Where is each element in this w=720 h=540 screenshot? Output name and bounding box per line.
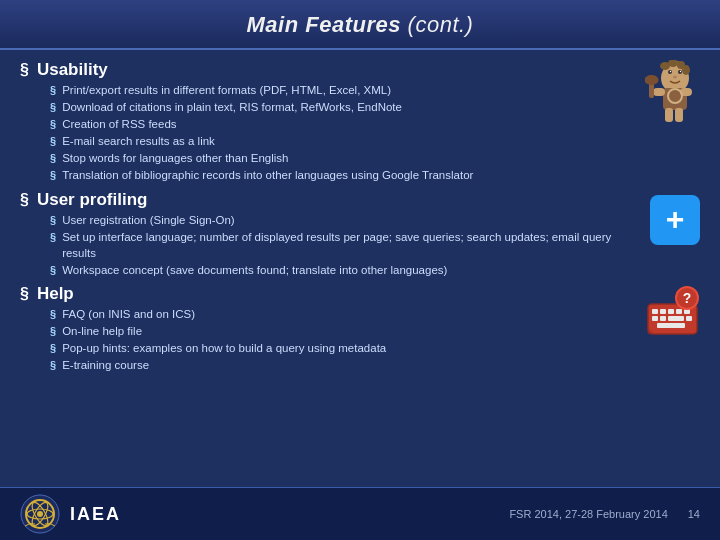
item-bullet: § bbox=[50, 214, 56, 226]
item-bullet: § bbox=[50, 264, 56, 276]
item-text: User registration (Single Sign-On) bbox=[62, 212, 235, 228]
svg-point-9 bbox=[680, 71, 681, 72]
item-bullet: § bbox=[50, 359, 56, 371]
item-text: FAQ (on INIS and on ICS) bbox=[62, 306, 195, 322]
plus-icon-image: + bbox=[650, 190, 700, 245]
usability-main: § Usability § Print/export results in di… bbox=[20, 60, 635, 184]
svg-point-40 bbox=[37, 511, 43, 517]
user-profiling-main: § User profiling § User registration (Si… bbox=[20, 190, 640, 278]
svg-text:?: ? bbox=[683, 290, 692, 306]
list-item: § Pop-up hints: examples on how to build… bbox=[50, 340, 635, 356]
usability-items: § Print/export results in different form… bbox=[20, 82, 635, 184]
item-text: Set up interface language; number of dis… bbox=[62, 229, 640, 261]
svg-rect-14 bbox=[665, 108, 673, 122]
footer-right: FSR 2014, 27-28 February 2014 14 bbox=[509, 508, 700, 520]
usability-title: Usability bbox=[37, 60, 108, 80]
item-text: Download of citations in plain text, RIS… bbox=[62, 99, 402, 115]
list-item: § FAQ (on INIS and on ICS) bbox=[50, 306, 635, 322]
svg-rect-22 bbox=[660, 309, 666, 314]
list-item: § User registration (Single Sign-On) bbox=[50, 212, 640, 228]
svg-rect-26 bbox=[652, 316, 658, 321]
item-bullet: § bbox=[50, 231, 56, 243]
footer: IAEA FSR 2014, 27-28 February 2014 14 bbox=[0, 487, 720, 540]
svg-point-10 bbox=[673, 76, 677, 79]
list-item: § Workspace concept (save documents foun… bbox=[50, 262, 640, 278]
list-item: § Set up interface language; number of d… bbox=[50, 229, 640, 261]
list-item: § E-mail search results as a link bbox=[50, 133, 635, 149]
item-bullet: § bbox=[50, 84, 56, 96]
title-bar: Main Features (cont.) bbox=[0, 0, 720, 50]
svg-rect-24 bbox=[676, 309, 682, 314]
slide: Main Features (cont.) § Usability § Prin… bbox=[0, 0, 720, 540]
item-bullet: § bbox=[50, 169, 56, 181]
svg-rect-12 bbox=[653, 88, 665, 96]
item-bullet: § bbox=[50, 101, 56, 113]
list-item: § On-line help file bbox=[50, 323, 635, 339]
item-text: Translation of bibliographic records int… bbox=[62, 167, 473, 183]
list-item: § Stop words for languages other than En… bbox=[50, 150, 635, 166]
item-bullet: § bbox=[50, 325, 56, 337]
item-text: Stop words for languages other than Engl… bbox=[62, 150, 288, 166]
item-bullet: § bbox=[50, 308, 56, 320]
list-item: § Translation of bibliographic records i… bbox=[50, 167, 635, 183]
item-text: E-training course bbox=[62, 357, 149, 373]
user-profiling-title: User profiling bbox=[37, 190, 148, 210]
user-profiling-items: § User registration (Single Sign-On) § S… bbox=[20, 212, 640, 278]
title-sub: (cont.) bbox=[408, 12, 474, 37]
slide-title: Main Features (cont.) bbox=[20, 12, 700, 38]
item-bullet: § bbox=[50, 135, 56, 147]
item-text: Workspace concept (save documents found;… bbox=[62, 262, 447, 278]
list-item: § E-training course bbox=[50, 357, 635, 373]
svg-point-7 bbox=[678, 70, 682, 74]
svg-rect-21 bbox=[652, 309, 658, 314]
item-text: Print/export results in different format… bbox=[62, 82, 391, 98]
item-text: Creation of RSS feeds bbox=[62, 116, 176, 132]
footer-page: 14 bbox=[688, 508, 700, 520]
usability-section: § Usability § Print/export results in di… bbox=[20, 60, 700, 184]
svg-point-17 bbox=[645, 75, 659, 85]
svg-point-8 bbox=[670, 71, 671, 72]
item-bullet: § bbox=[50, 152, 56, 164]
help-section: § Help § FAQ (on INIS and on ICS) § On-l… bbox=[20, 284, 700, 373]
svg-point-5 bbox=[682, 65, 690, 75]
help-bullet: § bbox=[20, 285, 29, 303]
help-title: Help bbox=[37, 284, 74, 304]
usability-header: § Usability bbox=[20, 60, 635, 80]
iaea-label: IAEA bbox=[70, 504, 121, 525]
list-item: § Creation of RSS feeds bbox=[50, 116, 635, 132]
list-item: § Download of citations in plain text, R… bbox=[50, 99, 635, 115]
title-main: Main Features bbox=[247, 12, 401, 37]
item-text: E-mail search results as a link bbox=[62, 133, 215, 149]
help-items: § FAQ (on INIS and on ICS) § On-line hel… bbox=[20, 306, 635, 373]
svg-rect-30 bbox=[657, 323, 685, 328]
list-item: § Print/export results in different form… bbox=[50, 82, 635, 98]
item-text: On-line help file bbox=[62, 323, 142, 339]
caveman-image bbox=[645, 60, 700, 129]
help-icon-image: ? bbox=[645, 284, 700, 343]
svg-rect-27 bbox=[660, 316, 666, 321]
help-header: § Help bbox=[20, 284, 635, 304]
help-main: § Help § FAQ (on INIS and on ICS) § On-l… bbox=[20, 284, 635, 373]
footer-date: FSR 2014, 27-28 February 2014 bbox=[509, 508, 667, 520]
help-section-content: § Help § FAQ (on INIS and on ICS) § On-l… bbox=[20, 284, 700, 373]
user-profiling-bullet: § bbox=[20, 191, 29, 209]
iaea-logo-icon bbox=[20, 494, 60, 534]
user-profiling-header: § User profiling bbox=[20, 190, 640, 210]
usability-section-content: § Usability § Print/export results in di… bbox=[20, 60, 700, 184]
user-profiling-section-content: § User profiling § User registration (Si… bbox=[20, 190, 700, 278]
item-bullet: § bbox=[50, 118, 56, 130]
svg-rect-15 bbox=[675, 108, 683, 122]
content-area: § Usability § Print/export results in di… bbox=[0, 50, 720, 487]
item-text: Pop-up hints: examples on how to build a… bbox=[62, 340, 386, 356]
svg-point-6 bbox=[668, 70, 672, 74]
item-bullet: § bbox=[50, 342, 56, 354]
footer-left: IAEA bbox=[20, 494, 121, 534]
user-profiling-section: § User profiling § User registration (Si… bbox=[20, 190, 700, 278]
svg-rect-28 bbox=[668, 316, 684, 321]
svg-rect-29 bbox=[686, 316, 692, 321]
usability-bullet: § bbox=[20, 61, 29, 79]
plus-icon: + bbox=[650, 195, 700, 245]
svg-rect-23 bbox=[668, 309, 674, 314]
